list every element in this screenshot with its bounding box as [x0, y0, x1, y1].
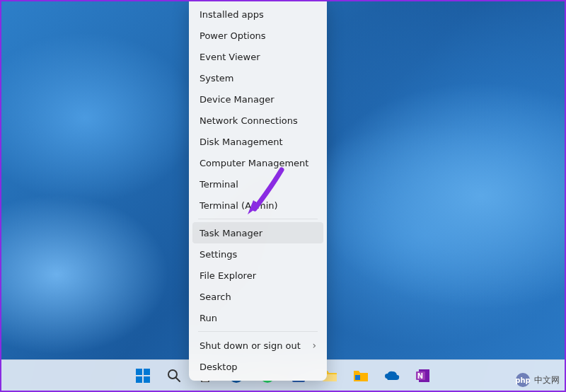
menu-item-power-options[interactable]: Power Options [192, 25, 323, 46]
watermark-logo-icon: php [516, 373, 530, 387]
search-icon[interactable] [161, 362, 187, 389]
svg-text:N: N [417, 372, 423, 380]
menu-item-label: System [200, 73, 233, 83]
menu-item-label: Event Viewer [200, 52, 260, 62]
menu-item-terminal-admin[interactable]: Terminal (Admin) [192, 195, 323, 216]
menu-item-installed-apps[interactable]: Installed apps [192, 4, 323, 25]
onedrive-icon[interactable] [379, 362, 405, 389]
menu-item-label: Shut down or sign out [200, 340, 301, 351]
svg-rect-2 [136, 376, 142, 383]
menu-separator [198, 331, 318, 332]
svg-rect-3 [144, 376, 150, 383]
menu-item-run[interactable]: Run [192, 307, 323, 328]
menu-item-label: Installed apps [200, 9, 264, 20]
svg-rect-18 [355, 375, 360, 380]
start-icon[interactable] [129, 362, 156, 389]
svg-rect-0 [136, 369, 142, 375]
menu-item-disk-management[interactable]: Disk Management [192, 131, 323, 152]
svg-rect-1 [144, 369, 150, 375]
onenote-icon[interactable]: N [410, 362, 437, 389]
menu-item-system[interactable]: System [192, 67, 323, 88]
explorer-window-icon[interactable] [347, 362, 374, 389]
menu-item-label: Terminal [200, 179, 238, 190]
menu-item-label: Power Options [200, 30, 266, 41]
menu-item-label: Computer Management [200, 158, 308, 168]
menu-item-label: Terminal (Admin) [200, 200, 278, 211]
menu-item-shutdown[interactable]: Shut down or sign out [192, 335, 323, 356]
menu-item-event-viewer[interactable]: Event Viewer [192, 46, 323, 67]
menu-item-computer-management[interactable]: Computer Management [192, 152, 323, 173]
menu-item-label: Settings [200, 249, 237, 260]
menu-item-label: Run [200, 313, 217, 323]
menu-separator [198, 219, 318, 219]
menu-item-label: File Explorer [200, 270, 256, 281]
menu-item-network-connections[interactable]: Network Connections [192, 110, 323, 131]
menu-item-search[interactable]: Search [192, 286, 323, 307]
menu-item-label: Disk Management [200, 137, 283, 147]
watermark: php 中文网 [516, 373, 560, 387]
menu-item-label: Task Manager [200, 228, 262, 238]
winx-context-menu: Installed apps Power Options Event Viewe… [189, 0, 327, 381]
menu-item-label: Desktop [200, 362, 238, 372]
menu-item-desktop[interactable]: Desktop [192, 356, 323, 377]
menu-item-label: Device Manager [200, 94, 275, 105]
menu-item-task-manager[interactable]: Task Manager [192, 222, 323, 243]
menu-item-terminal[interactable]: Terminal [192, 173, 323, 195]
svg-line-5 [176, 378, 180, 381]
menu-item-label: Network Connections [200, 115, 298, 126]
watermark-text: 中文网 [534, 374, 560, 386]
menu-item-device-manager[interactable]: Device Manager [192, 88, 323, 110]
svg-point-4 [168, 370, 177, 379]
menu-item-settings[interactable]: Settings [192, 243, 323, 265]
menu-item-label: Search [200, 292, 231, 302]
menu-item-file-explorer[interactable]: File Explorer [192, 265, 323, 286]
